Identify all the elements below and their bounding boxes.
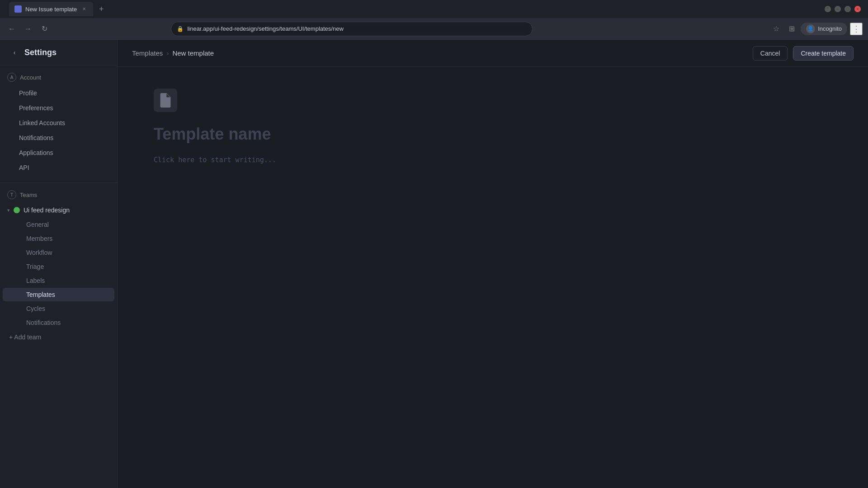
sidebar-header: ‹ Settings: [0, 40, 117, 66]
window-close-button[interactable]: ×: [854, 6, 861, 12]
tab-favicon: [14, 5, 22, 13]
sidebar-item-notifications-team[interactable]: Notifications: [3, 316, 114, 329]
app-container: ‹ Settings A Account Profile Preferences…: [0, 40, 868, 488]
tab-label: New Issue template: [25, 6, 77, 13]
document-icon: [159, 93, 172, 108]
window-minimize-button2[interactable]: −: [835, 6, 841, 12]
window-maximize-button[interactable]: □: [844, 6, 851, 12]
tab-bar: New Issue template × + ⌃ − □ ×: [0, 0, 868, 18]
sidebar-title: Settings: [24, 48, 57, 57]
extensions-button[interactable]: ⊞: [785, 23, 798, 35]
window-controls: ⌃ − □ ×: [825, 6, 864, 12]
sidebar-divider: [0, 183, 117, 183]
sidebar-back-button[interactable]: ‹: [9, 47, 20, 58]
add-team-button[interactable]: + Add team: [0, 330, 117, 344]
account-section-label: Account: [20, 74, 41, 81]
account-section-header: A Account: [0, 69, 117, 85]
tab-close-button[interactable]: ×: [80, 5, 88, 13]
teams-section-label: Teams: [20, 192, 37, 198]
sidebar-item-members[interactable]: Members: [3, 232, 114, 245]
breadcrumb: Templates › New template: [132, 49, 214, 57]
create-template-button[interactable]: Create template: [793, 46, 854, 61]
incognito-menu[interactable]: 👤 Incognito: [801, 23, 847, 35]
team-chevron-icon: ▾: [7, 207, 10, 213]
incognito-icon: 👤: [806, 24, 815, 33]
sidebar-item-labels[interactable]: Labels: [3, 274, 114, 287]
content-header: Templates › New template Cancel Create t…: [118, 40, 868, 67]
teams-section-header: T Teams: [0, 187, 117, 203]
teams-icon: T: [7, 190, 16, 199]
team-color-dot: [14, 207, 20, 213]
team-sub-items: General Members Workflow Triage Labels T…: [0, 217, 117, 330]
url-text: linear.app/ui-feed-redesign/settings/tea…: [187, 25, 527, 32]
breadcrumb-separator: ›: [166, 49, 169, 57]
window-minimize-button[interactable]: ⌃: [825, 6, 831, 12]
template-icon-button[interactable]: [154, 89, 177, 112]
sidebar-item-preferences[interactable]: Preferences: [3, 101, 114, 115]
sidebar-item-workflow[interactable]: Workflow: [3, 246, 114, 259]
cancel-button[interactable]: Cancel: [753, 46, 788, 61]
account-icon: A: [7, 73, 16, 82]
breadcrumb-current: New template: [172, 49, 214, 57]
breadcrumb-parent[interactable]: Templates: [132, 49, 163, 57]
header-actions: Cancel Create template: [753, 46, 854, 61]
sidebar-item-linked-accounts[interactable]: Linked Accounts: [3, 116, 114, 130]
reload-button[interactable]: ↻: [38, 23, 51, 35]
sidebar-item-triage[interactable]: Triage: [3, 260, 114, 273]
browser-chrome: New Issue template × + ⌃ − □ × ← → ↻ 🔒 l…: [0, 0, 868, 40]
template-name-input[interactable]: [154, 125, 832, 144]
browser-tab-active[interactable]: New Issue template ×: [9, 2, 93, 16]
back-button[interactable]: ←: [5, 23, 18, 35]
account-section: A Account Profile Preferences Linked Acc…: [0, 66, 117, 179]
browser-menu-button[interactable]: ⋮: [850, 23, 863, 35]
editor-area: [118, 67, 868, 488]
sidebar-item-profile[interactable]: Profile: [3, 86, 114, 100]
url-bar[interactable]: 🔒 linear.app/ui-feed-redesign/settings/t…: [171, 22, 533, 36]
main-content: Templates › New template Cancel Create t…: [118, 40, 868, 488]
lock-icon: 🔒: [177, 26, 184, 32]
forward-button[interactable]: →: [22, 23, 34, 35]
team-name-label: Ui feed redesign: [24, 206, 110, 214]
incognito-label: Incognito: [818, 25, 842, 32]
address-bar: ← → ↻ 🔒 linear.app/ui-feed-redesign/sett…: [0, 18, 868, 40]
sidebar-item-applications[interactable]: Applications: [3, 145, 114, 160]
sidebar-item-notifications-account[interactable]: Notifications: [3, 131, 114, 145]
template-body-input[interactable]: [154, 155, 832, 245]
sidebar-item-api[interactable]: API: [3, 160, 114, 175]
bookmark-button[interactable]: ☆: [770, 23, 783, 35]
browser-toolbar: ☆ ⊞ 👤 Incognito ⋮: [770, 23, 863, 35]
sidebar-item-templates[interactable]: Templates: [3, 288, 114, 301]
sidebar-item-general[interactable]: General: [3, 218, 114, 231]
sidebar: ‹ Settings A Account Profile Preferences…: [0, 40, 118, 488]
team-item-ui-feed[interactable]: ▾ Ui feed redesign: [0, 203, 117, 217]
new-tab-button[interactable]: +: [95, 3, 108, 15]
sidebar-item-cycles[interactable]: Cycles: [3, 302, 114, 315]
